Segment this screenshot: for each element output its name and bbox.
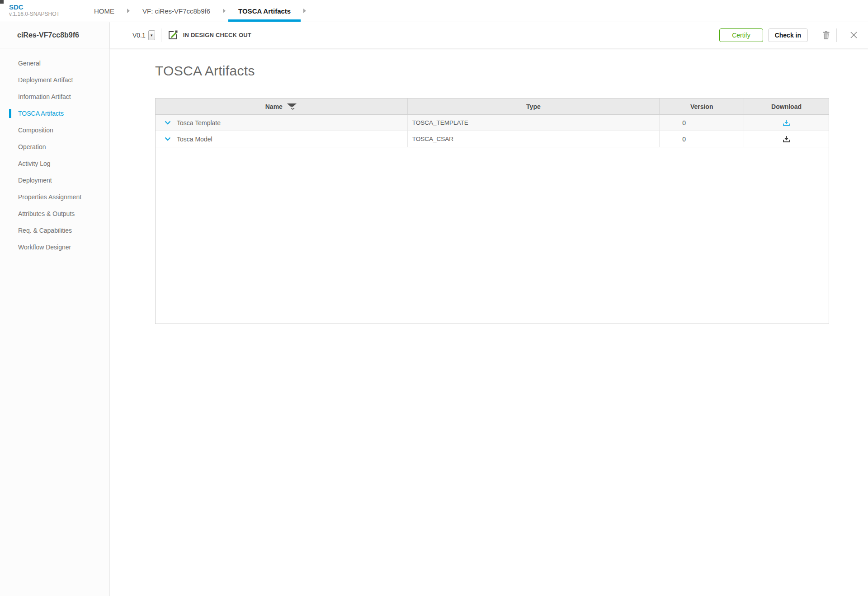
active-tab-underline xyxy=(228,19,301,22)
artifact-type: TOSCA_CSAR xyxy=(412,136,453,142)
sidebar-item-label: Workflow Designer xyxy=(18,244,71,251)
sdc-app: SDC v.1.16.0-SNAPSHOT HOME VF: ciRes-VF7… xyxy=(0,0,868,596)
download-icon[interactable] xyxy=(783,119,790,127)
column-header-type[interactable]: Type xyxy=(408,99,660,114)
sidebar-item-label: Properties Assignment xyxy=(18,193,81,201)
cell-download xyxy=(744,115,829,131)
cell-version: 0 xyxy=(660,115,744,131)
column-header-name[interactable]: Name xyxy=(156,99,408,114)
table-row-tosca-model: Tosca Model TOSCA_CSAR 0 xyxy=(156,131,829,147)
sort-icon xyxy=(286,103,297,110)
certify-button[interactable]: Certify xyxy=(719,28,763,42)
sidebar-item-label: General xyxy=(18,60,41,67)
sidebar-item-label: Activity Log xyxy=(18,160,51,167)
tab-vf-label: VF: ciRes-VF7cc8b9f6 xyxy=(142,7,210,15)
sidebar-item-deployment-artifact[interactable]: Deployment Artifact xyxy=(0,71,109,88)
corner-mark xyxy=(0,0,4,4)
main-content: TOSCA Artifacts Name Type Version xyxy=(110,48,868,596)
cell-name: Tosca Template xyxy=(156,115,408,131)
column-header-label: Version xyxy=(690,103,713,110)
column-header-label: Type xyxy=(526,103,541,110)
sidebar-item-activity-log[interactable]: Activity Log xyxy=(0,155,109,172)
artifact-name: Tosca Model xyxy=(177,136,212,143)
toolbar-divider xyxy=(836,28,837,42)
version-label: V0.1 xyxy=(132,32,146,39)
sidebar-item-label: Composition xyxy=(18,127,53,134)
page-title: TOSCA Artifacts xyxy=(155,63,255,79)
in-design-edit-icon xyxy=(167,30,179,41)
sidebar-item-label: Operation xyxy=(18,143,46,150)
logo-version: v.1.16.0-SNAPSHOT xyxy=(9,11,76,18)
toolbar-actions: Certify Check in xyxy=(719,28,858,42)
sidebar-item-properties-assignment[interactable]: Properties Assignment xyxy=(0,188,109,205)
sidebar-item-workflow-designer[interactable]: Workflow Designer xyxy=(0,239,109,255)
logo-title: SDC xyxy=(9,3,76,11)
tab-vf[interactable]: VF: ciRes-VF7cc8b9f6 xyxy=(132,0,220,22)
table-row-tosca-template: Tosca Template TOSCA_TEMPLATE 0 xyxy=(156,115,829,131)
sidebar-item-label: Attributes & Outputs xyxy=(18,210,75,217)
sidebar-item-label: Deployment xyxy=(18,177,52,184)
toolbar-divider xyxy=(161,28,161,42)
artifact-version: 0 xyxy=(682,136,686,143)
cell-type: TOSCA_CSAR xyxy=(408,131,660,147)
sidebar-item-operation[interactable]: Operation xyxy=(0,138,109,155)
lifecycle-status-text: IN DESIGN CHECK OUT xyxy=(183,32,251,38)
tab-home-label: HOME xyxy=(94,7,114,15)
expand-chevron-icon[interactable] xyxy=(165,121,171,125)
cell-download xyxy=(744,131,829,147)
artifact-type: TOSCA_TEMPLATE xyxy=(412,119,468,126)
breadcrumb: HOME VF: ciRes-VF7cc8b9f6 TOSCA Artifact… xyxy=(84,0,309,22)
sidebar-item-req-capabilities[interactable]: Req. & Capabilities xyxy=(0,222,109,239)
sidebar-item-tosca-artifacts[interactable]: TOSCA Artifacts xyxy=(0,105,109,122)
expand-chevron-icon[interactable] xyxy=(165,137,171,141)
sidebar-item-label: Deployment Artifact xyxy=(18,76,73,84)
tab-home[interactable]: HOME xyxy=(84,0,124,22)
sidebar-item-deployment[interactable]: Deployment xyxy=(0,172,109,188)
tab-tosca-artifacts-label: TOSCA Artifacts xyxy=(238,7,291,15)
sidebar-item-composition[interactable]: Composition xyxy=(0,122,109,138)
check-in-button[interactable]: Check in xyxy=(768,28,808,42)
column-header-download[interactable]: Download xyxy=(744,99,829,114)
sidebar-resource-title: ciRes-VF7cc8b9f6 xyxy=(0,22,109,48)
sidebar-menu: General Deployment Artifact Information … xyxy=(0,48,109,255)
tosca-artifacts-table: Name Type Version Download xyxy=(155,98,829,324)
tab-tosca-artifacts[interactable]: TOSCA Artifacts xyxy=(228,0,301,22)
download-icon[interactable] xyxy=(783,136,790,143)
column-header-version[interactable]: Version xyxy=(660,99,744,114)
sidebar: ciRes-VF7cc8b9f6 General Deployment Arti… xyxy=(0,22,110,596)
close-icon[interactable] xyxy=(850,31,858,39)
cell-type: TOSCA_TEMPLATE xyxy=(408,115,660,131)
sdc-logo: SDC v.1.16.0-SNAPSHOT xyxy=(9,0,76,22)
sidebar-item-label: Req. & Capabilities xyxy=(18,227,72,234)
sidebar-item-attributes-outputs[interactable]: Attributes & Outputs xyxy=(0,205,109,222)
breadcrumb-arrow-icon xyxy=(223,9,226,13)
sidebar-item-information-artifact[interactable]: Information Artifact xyxy=(0,88,109,105)
sidebar-item-general[interactable]: General xyxy=(0,55,109,71)
sidebar-item-label: TOSCA Artifacts xyxy=(18,110,64,117)
active-item-bar xyxy=(9,109,11,118)
version-select[interactable]: ▾ xyxy=(148,30,155,40)
delete-icon[interactable] xyxy=(822,30,830,40)
artifact-name: Tosca Template xyxy=(177,119,221,127)
table-header-row: Name Type Version Download xyxy=(156,99,829,115)
top-nav-bar: SDC v.1.16.0-SNAPSHOT HOME VF: ciRes-VF7… xyxy=(0,0,868,22)
cell-version: 0 xyxy=(660,131,744,147)
cell-name: Tosca Model xyxy=(156,131,408,147)
column-header-label: Download xyxy=(771,103,802,110)
breadcrumb-arrow-icon xyxy=(303,9,306,13)
artifact-version: 0 xyxy=(682,119,686,127)
sidebar-item-label: Information Artifact xyxy=(18,93,71,100)
breadcrumb-arrow-icon xyxy=(127,9,130,13)
column-header-label: Name xyxy=(265,103,283,110)
resource-toolbar: V0.1 ▾ IN DESIGN CHECK OUT Certify Check… xyxy=(110,22,868,48)
